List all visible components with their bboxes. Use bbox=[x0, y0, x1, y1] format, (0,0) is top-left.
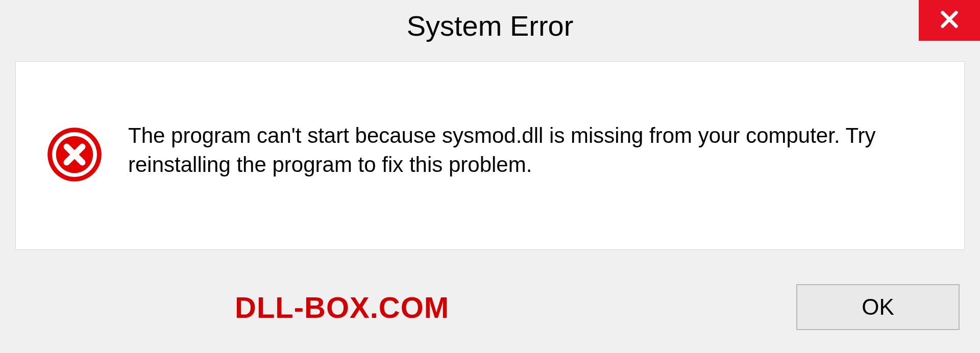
message-panel: The program can't start because sysmod.d… bbox=[15, 61, 965, 250]
close-icon bbox=[939, 9, 960, 32]
titlebar: System Error bbox=[0, 0, 980, 51]
dialog-title: System Error bbox=[407, 9, 574, 42]
ok-button[interactable]: OK bbox=[796, 284, 960, 330]
error-message: The program can't start because sysmod.d… bbox=[128, 121, 934, 179]
watermark-text: DLL-BOX.COM bbox=[235, 290, 449, 324]
close-button[interactable] bbox=[919, 0, 980, 41]
error-icon bbox=[46, 127, 103, 185]
footer: DLL-BOX.COM OK bbox=[0, 276, 980, 338]
